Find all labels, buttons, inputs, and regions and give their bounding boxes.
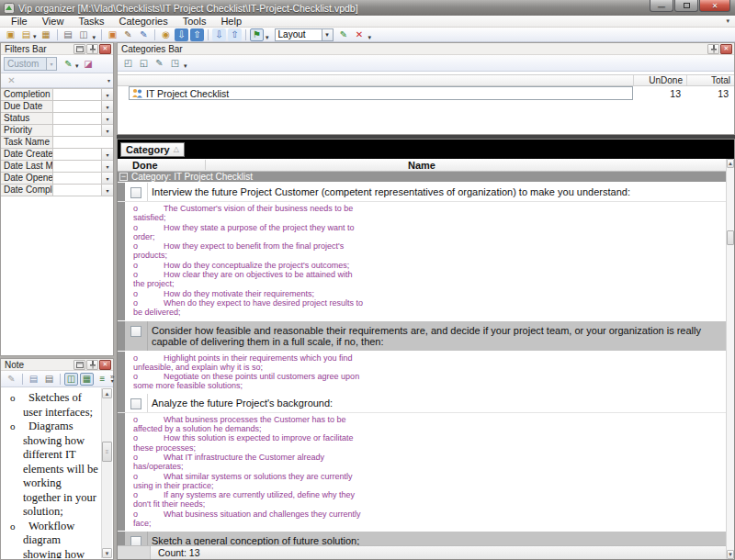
filter-value-field[interactable] xyxy=(53,113,101,124)
done-cell[interactable] xyxy=(125,394,148,412)
toolbar-overflow-icon[interactable]: ▾ xyxy=(93,34,96,41)
filter-row[interactable]: Task Name xyxy=(1,137,113,149)
edit-note-icon[interactable]: ✎ xyxy=(5,373,18,386)
flag-icon[interactable]: ⚑ xyxy=(250,28,264,41)
edit-task-icon[interactable]: ✎ xyxy=(121,28,135,41)
menu-item-file[interactable]: File xyxy=(4,16,35,27)
toolbar-overflow-icon[interactable]: ▾ xyxy=(368,34,372,41)
filter-preset-combobox[interactable]: Custom ▾ xyxy=(4,57,57,71)
task-checkbox[interactable] xyxy=(130,326,141,337)
filter-value-field[interactable] xyxy=(53,149,101,160)
dropdown-button[interactable]: ▾ xyxy=(101,149,113,160)
picture-icon[interactable]: ◫ xyxy=(64,373,78,386)
category-group-row[interactable]: − Category: IT Project Checklist xyxy=(118,172,726,183)
task-row[interactable]: Analyze the future Project's background: xyxy=(118,394,726,413)
done-cell[interactable] xyxy=(125,183,148,201)
close-panel-icon[interactable]: ✕ xyxy=(720,44,732,54)
notes-icon[interactable]: ◉ xyxy=(159,28,173,41)
dropdown-button[interactable]: ▾ xyxy=(101,125,113,136)
apply-filter-icon[interactable]: ✎ xyxy=(62,58,75,71)
pin-icon[interactable] xyxy=(86,360,98,370)
category-name-cell[interactable]: IT Project Checklist xyxy=(129,86,633,100)
chevron-down-icon[interactable]: ▾ xyxy=(75,62,79,70)
filter-row[interactable]: Date Opened▾ xyxy=(1,173,113,185)
filter-row[interactable]: Completion▾ xyxy=(1,89,113,101)
scroll-thumb[interactable] xyxy=(727,230,734,245)
new-note-icon[interactable]: ▤ xyxy=(19,28,33,41)
task-row[interactable]: Interview the future Project Customer (c… xyxy=(118,183,726,202)
clear-filter-icon[interactable]: ◪ xyxy=(82,58,96,71)
task-row[interactable]: Sketch a general conception of future so… xyxy=(118,531,726,545)
save-icon[interactable]: ▦ xyxy=(40,28,53,41)
edit-category-icon[interactable]: ✎ xyxy=(153,57,166,70)
checklist-scrollbar[interactable]: ▲ ▼ xyxy=(726,159,734,559)
toolbar-overflow-icon[interactable]: ▾ xyxy=(266,34,269,41)
close-panel-icon[interactable]: ✕ xyxy=(99,44,111,54)
done-cell[interactable] xyxy=(125,532,148,545)
scroll-up-icon[interactable]: ▲ xyxy=(102,388,112,398)
float-window-icon[interactable] xyxy=(74,360,85,370)
dropdown-button[interactable]: ▾ xyxy=(101,185,113,196)
expand-all-icon[interactable]: ⇩ xyxy=(212,28,226,41)
task-row[interactable]: Consider how feasible and reasonable the… xyxy=(118,320,726,352)
table-icon[interactable]: ▦ xyxy=(80,373,94,386)
maximize-button[interactable] xyxy=(674,0,698,12)
minimize-button[interactable]: — xyxy=(650,0,673,12)
collapse-all-icon[interactable]: ⇧ xyxy=(228,28,242,41)
filter-value-field[interactable] xyxy=(53,125,101,136)
page-icon[interactable]: ▤ xyxy=(27,373,40,386)
dropdown-button[interactable]: ▾ xyxy=(101,101,113,112)
arrow-up-icon[interactable]: ⇧ xyxy=(190,28,204,41)
filter-value-field[interactable] xyxy=(53,89,101,100)
scroll-up-icon[interactable]: ▲ xyxy=(727,159,734,168)
delete-category-icon[interactable]: ◳ xyxy=(168,57,182,70)
filter-value-field[interactable] xyxy=(53,173,101,184)
dropdown-button[interactable]: ▾ xyxy=(101,89,113,100)
new-task-icon[interactable]: ▣ xyxy=(106,28,119,41)
note-scrollbar[interactable]: ▲ ≡ ▼ xyxy=(101,388,112,558)
filter-row[interactable]: Status▾ xyxy=(1,113,113,125)
filter-value-field[interactable] xyxy=(53,137,113,148)
done-cell[interactable] xyxy=(125,321,148,351)
menu-item-help[interactable]: Help xyxy=(213,16,249,27)
remove-filter-icon[interactable]: ✕ xyxy=(5,74,18,87)
group-by-category-button[interactable]: Category △ xyxy=(120,142,185,157)
toolbar-overflow-icon[interactable]: ▾ xyxy=(107,77,110,84)
column-total[interactable]: Total xyxy=(686,75,734,85)
scroll-thumb[interactable]: ≡ xyxy=(102,442,112,462)
close-panel-icon[interactable]: ✕ xyxy=(99,360,111,370)
dropdown-button[interactable]: ▾ xyxy=(101,161,113,172)
category-row[interactable]: IT Project Checklist1313 xyxy=(118,86,734,100)
filter-value-field[interactable] xyxy=(53,185,101,196)
menu-item-view[interactable]: View xyxy=(35,16,72,27)
layout-combobox[interactable]: Layout ▾ xyxy=(275,28,334,41)
list-icon[interactable]: ≡ xyxy=(96,373,109,386)
task-checkbox[interactable] xyxy=(130,398,141,409)
chevron-down-icon[interactable]: ▾ xyxy=(33,33,37,40)
filter-row[interactable]: Date Completed▾ xyxy=(1,185,113,196)
column-undone[interactable]: UnDone xyxy=(633,75,686,85)
print-icon[interactable]: ▤ xyxy=(62,28,75,41)
column-name[interactable] xyxy=(118,75,633,85)
arrow-down-icon[interactable]: ⇩ xyxy=(175,28,188,41)
dropdown-button[interactable]: ▾ xyxy=(101,113,113,124)
filter-row[interactable]: Date Last Modified▾ xyxy=(1,161,113,173)
print-preview-icon[interactable]: ◫ xyxy=(77,28,91,41)
scroll-down-icon[interactable]: ▼ xyxy=(727,550,734,559)
menu-item-tools[interactable]: Tools xyxy=(175,16,214,27)
menu-item-tasks[interactable]: Tasks xyxy=(71,16,111,27)
collapse-group-icon[interactable]: − xyxy=(119,173,128,181)
pin-icon[interactable] xyxy=(707,44,719,54)
task-checkbox[interactable] xyxy=(130,187,141,198)
column-divider[interactable] xyxy=(205,160,206,170)
dropdown-button[interactable]: ▾ xyxy=(101,173,113,184)
print-note-icon[interactable]: ▤ xyxy=(42,373,56,386)
duplicate-task-icon[interactable]: ✎ xyxy=(137,28,151,41)
menu-overflow-icon[interactable]: ▾ xyxy=(726,17,729,25)
apply-layout-icon[interactable]: ✎ xyxy=(337,28,351,41)
column-done-header[interactable]: Done xyxy=(132,160,158,171)
new-category-icon[interactable]: ◰ xyxy=(121,57,135,70)
pin-icon[interactable] xyxy=(86,44,98,54)
toolbar-overflow-icon[interactable]: ▾ xyxy=(184,62,187,70)
task-checkbox[interactable] xyxy=(130,536,141,545)
